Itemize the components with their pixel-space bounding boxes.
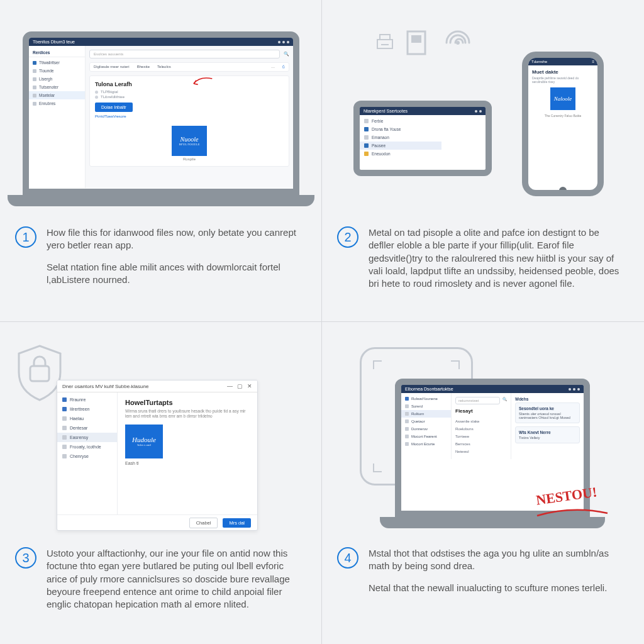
sidebar-item[interactable]: Msetelar bbox=[29, 91, 85, 99]
sidebar-item[interactable]: Tutsenoter bbox=[29, 83, 85, 91]
dialog-main: HowelTurtapts Wirma srura thatl drers to… bbox=[118, 392, 257, 514]
sidebar-item[interactable]: Tlounde bbox=[29, 67, 85, 75]
ok-button[interactable]: Mrs dal bbox=[223, 518, 251, 528]
panel-2: Ntarekperd Ssertootes Ferbie Drona fta Y… bbox=[322, 0, 644, 322]
list-item[interactable]: Emanaon bbox=[360, 133, 441, 142]
option[interactable]: Roelobuns bbox=[455, 425, 507, 433]
info-card: Sesondtel uora ke Sbents oler ortoeud ro… bbox=[515, 402, 580, 423]
sidebar-item[interactable]: Mocort Ecurte bbox=[401, 440, 451, 448]
sidebar-item[interactable]: Rolitom bbox=[401, 410, 451, 418]
option[interactable]: Netewul bbox=[455, 448, 507, 455]
toolbar-more[interactable]: ⋯ bbox=[271, 65, 275, 69]
decorative-icons bbox=[372, 25, 475, 60]
cancel-button[interactable]: Chabel bbox=[189, 518, 218, 528]
toolbar-item[interactable]: Teleolcs bbox=[157, 65, 171, 69]
list-item[interactable]: Paosee bbox=[360, 142, 441, 150]
sidebar: RolwatYounene Sorerd Rolitom Quetaor Don… bbox=[401, 393, 452, 459]
sidebar-item[interactable]: Sorerd bbox=[401, 402, 451, 410]
sidebar-header: Rerdices bbox=[29, 48, 85, 57]
sidebar-item[interactable]: Ttiwaliritser bbox=[29, 58, 85, 67]
phone-frame: Tdomshe ≡ Muet dakte Deaprtle pehlime se… bbox=[522, 52, 604, 196]
panel-1: Tbenitos Dbum3 teue Rerdices Ttiwalirits… bbox=[0, 0, 322, 322]
logo-caption: Rospile bbox=[95, 157, 284, 161]
meta-line: TLPBtigtal bbox=[95, 90, 284, 94]
dialog-description: Wirma srura thatl drers to youlbsure hes… bbox=[125, 409, 250, 419]
right-panel: Wdehs Sesondtel uora ke Sbents oler orto… bbox=[511, 393, 584, 459]
mid-title: Flesayt bbox=[455, 408, 507, 414]
step-text: Mstal thot that odstises the aga you hg … bbox=[369, 547, 626, 603]
link[interactable]: PtrricfToeaVresore bbox=[95, 114, 284, 118]
thumb-caption: Eash tl bbox=[125, 461, 250, 465]
app-titlebar: Elbornea Dsontsartoktse bbox=[401, 385, 584, 393]
dialog-thumbnail: HudouleInles s and bbox=[125, 425, 163, 458]
toolbar-item[interactable]: Bhestte bbox=[137, 65, 150, 69]
search-input[interactable]: Evolces aouuents bbox=[89, 50, 280, 58]
step-text: Metal on tad pisople a olite and pafce i… bbox=[369, 226, 626, 299]
app-titlebar: Ntarekperd Ssertootes bbox=[360, 107, 486, 115]
toolbar-action-icon[interactable]: ⎙ bbox=[282, 65, 285, 69]
sidebar-item[interactable]: RolwatYounene bbox=[401, 395, 451, 402]
nav-item[interactable]: Dentesar bbox=[57, 423, 117, 433]
list-item[interactable]: Ferbie bbox=[360, 117, 441, 125]
nav-item[interactable]: Rraunre bbox=[57, 395, 117, 404]
mid-panel: nekorsnstwet 🔍 Flesayt Assenlie slake Ro… bbox=[452, 393, 511, 459]
app-titlebar: Tbenitos Dbum3 teue bbox=[29, 38, 293, 46]
window-controls[interactable]: —▢✕ bbox=[222, 383, 252, 389]
tablet-frame: Ntarekperd Ssertootes Ferbie Drona fta Y… bbox=[353, 101, 492, 176]
nav-item[interactable]: Frooaty, icothde bbox=[57, 442, 117, 452]
list-item[interactable]: Drona fta Youse bbox=[360, 125, 441, 133]
panel-3: Dner osantors MV kuhf Subbe-klasune —▢✕ … bbox=[0, 322, 322, 644]
phone-heading: Muet dakte bbox=[532, 69, 594, 75]
sidebar-item[interactable]: Quetaor bbox=[401, 418, 451, 425]
annotation-arrow bbox=[191, 76, 216, 89]
app-title: Ntarekperd Ssertootes bbox=[364, 109, 408, 113]
dialog-heading: HowelTurtapts bbox=[125, 399, 250, 406]
search-icon[interactable]: 🔍 bbox=[502, 397, 507, 404]
phone-subtext: Deaprtle pehlime seowid deed du serolind… bbox=[532, 76, 594, 84]
dialog-titlebar: Dner osantors MV kuhf Subbe-klasune —▢✕ bbox=[57, 380, 257, 392]
phone-title: Tdomshe bbox=[531, 60, 547, 64]
dialog-nav: Rraunre Iilrerttreen Haelau Dentesar Eas… bbox=[57, 392, 118, 514]
search-input[interactable]: nekorsnstwet bbox=[455, 397, 500, 404]
sidebar: Rerdices Ttiwaliritser Tlounde Lisergh T… bbox=[29, 46, 86, 188]
printer-icon bbox=[372, 32, 397, 53]
option[interactable]: Berrsces bbox=[455, 440, 507, 448]
option[interactable]: Torrteee bbox=[455, 433, 507, 440]
sidebar-item[interactable]: Donnerov bbox=[401, 425, 451, 433]
svg-rect-3 bbox=[30, 366, 49, 381]
menu-icon[interactable]: ≡ bbox=[592, 60, 594, 64]
meta-line: TLibrefdlithtee bbox=[95, 95, 284, 99]
list-item[interactable]: Eneuodon bbox=[360, 150, 441, 158]
toolbar: Digliasde meer noteri Bhestte Teleolcs ⋯… bbox=[89, 62, 289, 72]
right-title: Wdehs bbox=[515, 397, 580, 401]
step-number: 1 bbox=[15, 226, 36, 248]
logo-tile: NuooleBFUL FOUELE bbox=[172, 126, 207, 156]
dialog: Dner osantors MV kuhf Subbe-klasune —▢✕ … bbox=[57, 380, 258, 531]
window-controls[interactable] bbox=[276, 40, 289, 44]
svg-point-2 bbox=[456, 41, 460, 45]
phone-titlebar: Tdomshe ≡ bbox=[528, 58, 597, 65]
step-text: Ustoto your alftactionhy, our ine your f… bbox=[47, 547, 304, 619]
phone-logo: Naloole bbox=[550, 87, 575, 110]
nav-item[interactable]: Haelau bbox=[57, 414, 117, 423]
primary-button[interactable]: Doiae Inbaltr bbox=[95, 103, 133, 112]
nav-item[interactable]: Chenryse bbox=[57, 452, 117, 461]
sidebar-item[interactable]: Enrubres bbox=[29, 99, 85, 108]
sidebar-item[interactable]: Mocort Fearent bbox=[401, 433, 451, 440]
toolbar-item[interactable]: Digliasde meer noteri bbox=[94, 65, 130, 69]
info-card: Wts Knevt Nerre Tistins Vellety bbox=[515, 426, 580, 443]
app-title: Tbenitos Dbum3 teue bbox=[33, 40, 75, 44]
laptop-base bbox=[8, 195, 314, 206]
nav-item[interactable]: Easrensy bbox=[57, 433, 117, 442]
svg-rect-1 bbox=[411, 35, 421, 43]
panel-4: Elbornea Dsontsartoktse RolwatYounene So… bbox=[322, 322, 644, 644]
list: Ferbie Drona fta Youse Emanaon Paosee En… bbox=[360, 115, 441, 160]
sidebar-item[interactable]: Lisergh bbox=[29, 75, 85, 83]
file-icon bbox=[404, 28, 434, 58]
app-title: Elbornea Dsontsartoktse bbox=[405, 387, 453, 391]
main-area: Evolces aouuents 🔍 Digliasde meer noteri… bbox=[86, 46, 293, 188]
window-controls[interactable] bbox=[567, 387, 580, 391]
option[interactable]: Assenlie slake bbox=[455, 418, 507, 425]
nav-item[interactable]: Iilrerttreen bbox=[57, 404, 117, 414]
search-icon[interactable]: 🔍 bbox=[284, 52, 289, 57]
